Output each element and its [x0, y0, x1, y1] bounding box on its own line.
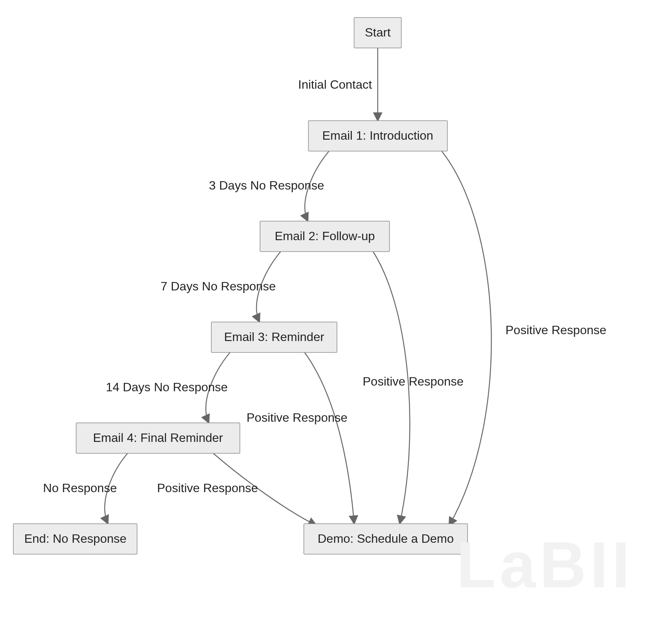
node-email1: Email 1: Introduction [308, 121, 447, 151]
edge-email3-demo [305, 352, 354, 523]
node-end: End: No Response [13, 524, 137, 554]
edge-label-7days: 7 Days No Response [161, 279, 276, 293]
node-start-label: Start [365, 26, 391, 39]
node-email3: Email 3: Reminder [211, 322, 337, 352]
node-email2-label: Email 2: Follow-up [275, 229, 375, 243]
edge-label-noresponse: No Response [43, 481, 117, 495]
edge-label-email1-positive: Positive Response [505, 323, 606, 337]
edge-label-email4-positive: Positive Response [157, 481, 258, 495]
node-end-label: End: No Response [24, 532, 127, 545]
node-email1-label: Email 1: Introduction [322, 129, 433, 142]
edge-label-14days: 14 Days No Response [106, 380, 228, 394]
edge-email1-demo [442, 151, 491, 525]
edge-label-email2-positive: Positive Response [362, 375, 463, 388]
edge-label-3days: 3 Days No Response [209, 179, 324, 192]
node-email4-label: Email 4: Final Reminder [93, 431, 223, 445]
node-email3-label: Email 3: Reminder [224, 330, 324, 344]
edge-label-email3-positive: Positive Response [246, 411, 347, 424]
node-email2: Email 2: Follow-up [260, 221, 390, 252]
node-demo: Demo: Schedule a Demo [304, 524, 468, 554]
node-email4: Email 4: Final Reminder [76, 423, 240, 453]
node-start: Start [354, 18, 401, 48]
flowchart-canvas: Initial Contact 3 Days No Response 7 Day… [0, 0, 645, 644]
edge-label-initial-contact: Initial Contact [298, 78, 372, 91]
node-demo-label: Demo: Schedule a Demo [318, 532, 454, 545]
